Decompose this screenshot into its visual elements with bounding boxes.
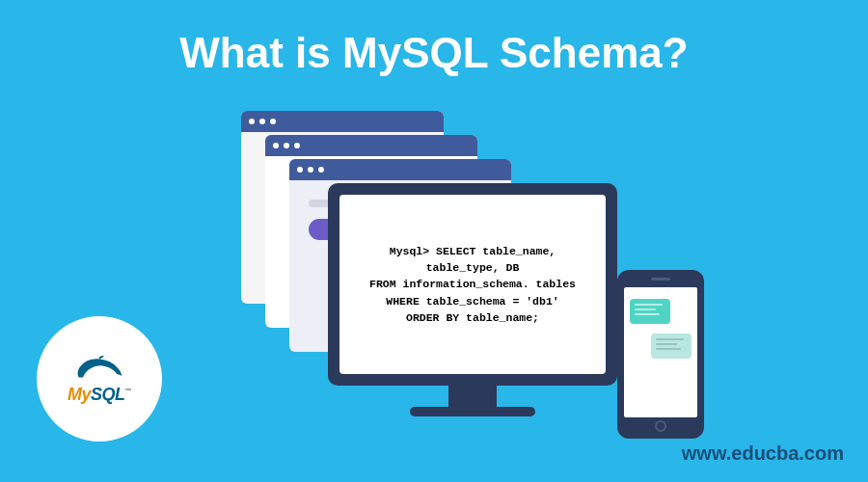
page-title: What is MySQL Schema? bbox=[0, 0, 868, 77]
sql-line: WHERE table_schema = 'db1' bbox=[369, 293, 576, 309]
sql-line: ORDER BY table_name; bbox=[369, 309, 576, 326]
window-dot-icon bbox=[318, 167, 324, 173]
monitor-screen: Mysql> SELECT table_name, table_type, DB… bbox=[339, 195, 606, 374]
chat-bubble-left-icon bbox=[630, 299, 670, 324]
logo-sql: SQL bbox=[91, 385, 125, 404]
window-header bbox=[241, 111, 444, 132]
window-dot-icon bbox=[249, 119, 255, 124]
window-header bbox=[265, 135, 477, 156]
phone-speaker-icon bbox=[651, 278, 670, 281]
window-dot-icon bbox=[273, 143, 279, 148]
monitor-frame: Mysql> SELECT table_name, table_type, DB… bbox=[328, 183, 617, 386]
logo-my: My bbox=[68, 385, 91, 404]
bubble-text-line bbox=[635, 304, 663, 306]
phone-screen bbox=[624, 287, 697, 417]
monitor-stand bbox=[448, 386, 497, 407]
monitor-illustration: Mysql> SELECT table_name, table_type, DB… bbox=[328, 183, 617, 424]
logo-tm: ™ bbox=[125, 388, 132, 394]
mysql-logo: MySQL™ bbox=[37, 316, 162, 442]
bubble-text-line bbox=[656, 338, 684, 340]
sql-line: table_type, DB bbox=[369, 259, 576, 276]
window-dot-icon bbox=[284, 143, 289, 148]
window-dot-icon bbox=[297, 167, 303, 173]
mysql-logo-text: MySQL™ bbox=[68, 385, 131, 405]
window-dot-icon bbox=[308, 167, 313, 173]
illustration-scene: Mysql> SELECT table_name, table_type, DB… bbox=[241, 111, 646, 448]
monitor-base bbox=[410, 407, 535, 416]
bubble-text-line bbox=[635, 308, 656, 310]
window-header bbox=[289, 159, 511, 180]
sql-code-block: Mysql> SELECT table_name, table_type, DB… bbox=[369, 243, 576, 326]
bubble-text-line bbox=[656, 348, 681, 350]
svg-point-0 bbox=[85, 363, 87, 365]
window-dot-icon bbox=[270, 119, 276, 124]
sql-line: Mysql> SELECT table_name, bbox=[369, 243, 576, 259]
bubble-text-line bbox=[656, 343, 677, 345]
chat-bubble-right-icon bbox=[651, 334, 692, 359]
bubble-text-line bbox=[635, 313, 660, 315]
window-dot-icon bbox=[294, 143, 300, 148]
website-url: www.educba.com bbox=[682, 442, 844, 465]
window-dot-icon bbox=[259, 119, 265, 124]
sql-line: FROM information_schema. tables bbox=[369, 276, 576, 292]
phone-illustration bbox=[617, 270, 704, 439]
dolphin-icon bbox=[73, 354, 126, 383]
phone-home-button-icon bbox=[655, 420, 666, 432]
